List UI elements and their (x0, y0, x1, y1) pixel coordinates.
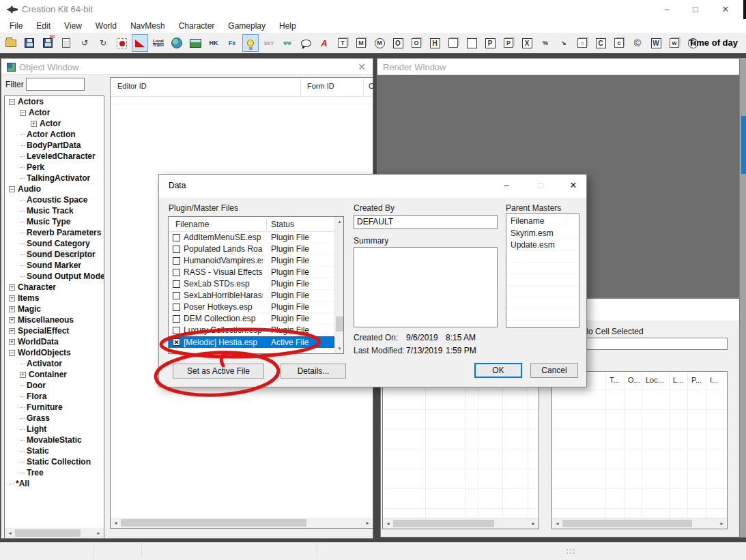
tree-item-sound-marker[interactable]: Sound Marker (5, 260, 104, 271)
m-cube-icon[interactable]: M (353, 34, 369, 52)
tree-item-worldobjects[interactable]: −WorldObjects (5, 347, 104, 358)
sky-icon[interactable]: SKY (261, 34, 277, 52)
tree-item-items[interactable]: +Items (5, 293, 104, 304)
t-cube-icon[interactable]: T (334, 34, 351, 52)
tree-item-sound-output-mode[interactable]: Sound Output Mode (5, 271, 104, 282)
tree-item--all[interactable]: *All (5, 478, 104, 489)
tree-item-movablestatic[interactable]: MovableStatic (5, 434, 104, 445)
column-editor-id[interactable]: Editor ID (117, 82, 147, 90)
tree-item-bodypartdata[interactable]: BodyPartData (5, 140, 104, 151)
tree-item-tree[interactable]: Tree (5, 467, 104, 478)
column-filename[interactable]: Filename (175, 220, 209, 229)
box-icon[interactable] (463, 34, 480, 52)
object-window-close-icon[interactable]: ✕ (358, 61, 366, 72)
link-icon[interactable]: % (537, 34, 554, 52)
open-icon[interactable] (3, 34, 19, 52)
unchecked-checkbox[interactable] (173, 292, 180, 299)
local-rotation-icon[interactable]: LocalTrans (150, 34, 167, 52)
w-box-icon[interactable]: W (648, 34, 664, 52)
plugin-row[interactable]: HumanoidVampires.espPlugin File (169, 255, 334, 267)
menu-file[interactable]: File (3, 21, 29, 31)
menu-view[interactable]: View (57, 21, 89, 31)
details-button[interactable]: Details... (281, 364, 346, 379)
o-cube-icon[interactable]: O (408, 34, 425, 52)
checked-checkbox[interactable]: ✕ (173, 338, 180, 346)
tree-item-perk[interactable]: Perk (5, 162, 104, 173)
tree-hscrollbar[interactable]: ◂ ▸ (5, 528, 104, 538)
m-circle-icon[interactable]: M (371, 34, 388, 52)
summary-textarea[interactable] (354, 247, 498, 327)
plugin-row[interactable]: SexLabHorribleHarass...Plugin File (169, 290, 334, 301)
havok-icon[interactable]: HK (205, 34, 222, 52)
cancel-button[interactable]: Cancel (530, 363, 578, 378)
close-button[interactable]: ✕ (713, 0, 738, 19)
cell-col-6[interactable]: I... (710, 376, 727, 384)
unchecked-checkbox[interactable] (173, 327, 180, 334)
marker-icon[interactable]: A (316, 34, 332, 52)
plugin-row[interactable]: Populated Lands Roa...Plugin File (169, 244, 334, 255)
snap-grid-icon[interactable] (113, 34, 130, 52)
ok-button[interactable]: OK (474, 363, 522, 378)
tree-item-leveledcharacter[interactable]: LeveledCharacter (5, 151, 104, 162)
cell-col-5[interactable]: P... (691, 376, 704, 384)
column-status[interactable]: Status (271, 220, 294, 229)
collapse-icon[interactable]: − (20, 110, 26, 116)
unchecked-checkbox[interactable] (173, 234, 180, 241)
lights-icon[interactable] (242, 34, 259, 52)
dialog-close-button[interactable]: ✕ (566, 180, 581, 192)
tree-item-furniture[interactable]: Furniture (5, 402, 104, 413)
expand-icon[interactable]: + (20, 372, 26, 378)
tree-item-specialeffect[interactable]: +SpecialEffect (5, 325, 104, 336)
h-box-icon[interactable]: H (427, 34, 443, 52)
landscape-icon[interactable] (187, 34, 203, 52)
tree-item-actor[interactable]: −Actor (5, 107, 104, 118)
unchecked-checkbox[interactable] (173, 304, 180, 311)
plugin-row[interactable]: RASS - Visual Effects....Plugin File (169, 267, 334, 278)
tree-item-acoustic-space[interactable]: Acoustic Space (5, 194, 104, 205)
unchecked-checkbox[interactable] (173, 269, 180, 276)
undo-icon[interactable]: ↺ (76, 34, 93, 52)
created-by-input[interactable]: DEFAULT (354, 215, 498, 229)
save-icon[interactable] (21, 34, 38, 52)
dialog-minimize-button[interactable]: – (499, 180, 514, 192)
c-cube-icon[interactable]: c (611, 34, 627, 52)
menu-world[interactable]: World (89, 21, 124, 31)
resize-grip[interactable] (566, 549, 568, 550)
tree-item-sound-descriptor[interactable]: Sound Descriptor (5, 249, 104, 260)
expand-icon[interactable]: + (9, 317, 15, 323)
cube-icon[interactable] (445, 34, 461, 52)
expand-icon[interactable]: + (9, 284, 15, 291)
tree-item-light[interactable]: Light (5, 424, 104, 434)
dialogue-icon[interactable] (298, 34, 314, 52)
cell-list-hscrollbar[interactable]: ◂ ▸ (383, 518, 539, 529)
plugin-row[interactable]: SexLab STDs.espPlugin File (169, 278, 334, 290)
plugin-row[interactable]: DEM Collection.espPlugin File (169, 313, 334, 325)
tree-item-character[interactable]: +Character (5, 282, 104, 293)
cell-col-4[interactable]: L... (673, 376, 686, 384)
c-box-icon[interactable]: C (592, 34, 609, 52)
properties-icon[interactable] (58, 34, 74, 52)
plugin-row[interactable]: Luxury Collection.espPlugin File (169, 325, 334, 336)
save-pc-icon[interactable]: PC (40, 34, 56, 52)
water-fx-icon[interactable]: Fx (224, 34, 240, 52)
filter-input[interactable] (26, 78, 85, 91)
tree-item-worlddata[interactable]: +WorldData (5, 336, 104, 347)
light-cube-icon[interactable]: ☼ (574, 34, 590, 52)
plugin-list-vscrollbar[interactable]: ▴ ▾ (334, 217, 343, 353)
tree-item-music-type[interactable]: Music Type (5, 216, 104, 227)
p-box-icon[interactable]: P (482, 34, 498, 52)
unchecked-checkbox[interactable] (173, 257, 180, 265)
tree-item-miscellaneous[interactable]: +Miscellaneous (5, 314, 104, 325)
unchecked-checkbox[interactable] (173, 280, 180, 288)
tree-item-actor-action[interactable]: Actor Action (5, 129, 104, 140)
tree-item-door[interactable]: Door (5, 380, 104, 391)
snap-angle-icon[interactable] (132, 34, 148, 52)
tree-item-static-collection[interactable]: Static Collection (5, 456, 104, 467)
tree-item-sound-category[interactable]: Sound Category (5, 238, 104, 249)
unchecked-checkbox[interactable] (173, 246, 180, 253)
expand-icon[interactable]: + (9, 295, 15, 301)
tree-item-magic[interactable]: +Magic (5, 304, 104, 314)
collapse-icon[interactable]: − (9, 99, 15, 105)
tree-item-activator[interactable]: Activator (5, 358, 104, 369)
column-count[interactable]: C (369, 82, 374, 90)
